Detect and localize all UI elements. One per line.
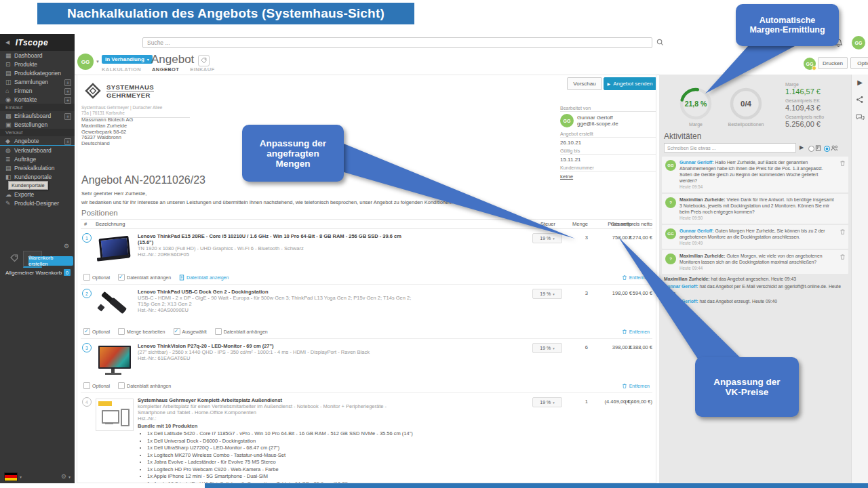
quantity-value[interactable]: 1 — [568, 399, 588, 405]
settings-caret-icon[interactable]: ▾ — [68, 474, 71, 479]
feedback-chat-icon[interactable] — [856, 113, 865, 121]
exports-icon: ☁ — [5, 191, 14, 198]
editor-presence-avatar[interactable]: GG — [804, 58, 816, 70]
gear-icon[interactable]: ⚙ — [64, 243, 69, 249]
app-logo[interactable]: ◀ ITscope — [0, 34, 75, 51]
user-avatar[interactable]: GG — [852, 36, 865, 49]
valid-until-value[interactable]: 15.11.21 — [560, 155, 656, 163]
tag-button[interactable] — [198, 55, 210, 66]
show-datasheet-link[interactable]: Datenblatt anzeigen — [179, 274, 229, 281]
collapse-sidebar-icon[interactable]: ◀ — [5, 39, 10, 45]
remove-position-button[interactable]: Entfernen — [622, 274, 650, 281]
preview-button[interactable]: Vorschau — [567, 77, 602, 90]
selected-checkbox[interactable]: Ausgewählt — [174, 328, 207, 335]
remove-position-button[interactable]: Entfernen — [622, 383, 650, 389]
share-icon[interactable] — [856, 96, 864, 104]
activity-message: GG Gunnar Gerloff: Guten Morgen Herr Zur… — [662, 225, 848, 249]
search-icon[interactable] — [656, 39, 664, 46]
tax-dropdown[interactable]: 19 % — [532, 289, 562, 299]
message-author-link[interactable]: Maximilian Zurheide: — [679, 197, 726, 202]
expand-panel-icon[interactable]: ▶ — [857, 79, 863, 86]
expand-plus-icon[interactable] — [64, 138, 71, 145]
activity-composer-input[interactable] — [664, 143, 796, 152]
position-number: 3 — [82, 343, 92, 352]
options-button[interactable]: Optionen — [850, 57, 868, 69]
sidebar-item[interactable]: ◫ Sammlungen — [0, 77, 75, 86]
sidebar-item[interactable]: ⊡ Produkte — [0, 60, 75, 68]
log-author-link[interactable]: Gunnar Gerloff: — [664, 284, 698, 289]
sidebar-item[interactable]: Verkauf — [0, 129, 75, 136]
offers-mini-tab[interactable] — [5, 251, 23, 266]
delete-message-icon[interactable] — [840, 160, 846, 168]
message-author-link[interactable]: Maximilian Zurheide: — [679, 253, 726, 258]
settings-gear-icon[interactable]: ⚙ — [61, 473, 66, 480]
delete-message-icon[interactable] — [840, 253, 846, 262]
delete-message-icon[interactable] — [840, 228, 846, 237]
tax-dropdown[interactable]: 19 % — [532, 233, 562, 243]
activities-heading: Aktivitäten — [664, 131, 701, 141]
quantity-value[interactable]: 3 — [568, 235, 588, 241]
quantity-value[interactable]: 6 — [568, 344, 588, 350]
sidebar-item[interactable]: ▣ Bestellungen — [0, 120, 75, 129]
expand-plus-icon[interactable] — [64, 79, 71, 86]
position-title[interactable]: Systemhaus Gehrmeyer Komplett-Arbeitspla… — [138, 397, 409, 403]
attach-datasheet-checkbox[interactable]: Datenblatt anhängen — [118, 382, 171, 389]
sidebar-item[interactable]: ▤ Preiskalkulation — [0, 163, 75, 172]
search-input[interactable] — [142, 37, 652, 48]
company-visibility-icon[interactable] — [815, 145, 821, 151]
optional-checkbox[interactable]: Optional — [83, 382, 110, 389]
sidebar-item[interactable]: ⌂ Firmen — [0, 86, 75, 95]
sidebar-item[interactable]: ✎ Produkt-Designer — [0, 199, 75, 207]
optional-checkbox[interactable]: Optional — [83, 328, 110, 335]
attach-datasheet-checkbox[interactable]: Datenblatt anhängen — [118, 274, 171, 281]
quantity-value[interactable]: 3 — [568, 290, 588, 296]
status-badge[interactable]: In Verhandlung — [102, 55, 153, 64]
sidebar-item[interactable]: ▦ Dashboard — [0, 51, 75, 60]
cart-count-badge: 0 — [64, 269, 71, 276]
tag-icon — [201, 58, 207, 64]
offer-owner-avatar[interactable]: GG — [77, 54, 94, 70]
tax-dropdown[interactable]: 19 % — [532, 397, 562, 407]
message-author-link[interactable]: Gunnar Gerloff: — [679, 228, 714, 233]
attach-datasheet-checkbox[interactable]: Datenblatt anhängen — [215, 328, 268, 335]
customer-number-value[interactable]: keine — [560, 171, 656, 180]
sidebar-item[interactable]: ▤ Produktkategorien — [0, 68, 75, 77]
sidebar-item[interactable]: ≣ Aufträge — [0, 155, 75, 163]
log-author-link[interactable]: Gunnar Gerloff: — [664, 299, 698, 304]
position-title[interactable]: Lenovo ThinkPad E15 20RE - Core i5 10210… — [138, 233, 409, 245]
sidebar-item[interactable]: Kundenportale — [0, 181, 75, 190]
send-message-icon[interactable]: ▶ — [800, 144, 804, 150]
expand-plus-icon[interactable] — [64, 113, 71, 120]
visibility-radio-customer[interactable] — [824, 146, 830, 152]
visibility-radio-internal[interactable] — [808, 146, 814, 152]
position-desc: kompletter Arbeitsplatz für einen Vertri… — [138, 403, 392, 415]
expand-plus-icon[interactable] — [64, 88, 71, 95]
language-caret-icon[interactable]: ▾ — [20, 474, 22, 479]
message-author-link[interactable]: Gunnar Gerloff: — [679, 160, 714, 165]
sidebar-item[interactable]: ◉ Kontakte — [0, 95, 75, 104]
log-author-link[interactable]: Maximilian Zurheide: — [664, 277, 710, 281]
sidebar-item[interactable]: ◆ Angebote — [0, 136, 75, 146]
language-flag-icon[interactable] — [4, 472, 18, 481]
created-value[interactable]: 26.10.21 — [560, 138, 656, 146]
remove-position-button[interactable]: Entfernen — [622, 329, 650, 335]
sidebar-item[interactable]: ◧ Kundenportale — [0, 172, 75, 181]
sidebar-item[interactable]: ◍ Verkaufsboard — [0, 146, 75, 155]
position-title[interactable]: Lenovo ThinkVision P27q-20 - LED-Monitor… — [138, 343, 409, 349]
expand-plus-icon[interactable] — [64, 97, 71, 104]
tax-dropdown[interactable]: 19 % — [532, 343, 562, 353]
sidebar-item[interactable]: Einkauf — [0, 104, 75, 111]
send-offer-button[interactable]: Angebot senden — [604, 77, 656, 90]
edit-quantity-checkbox[interactable]: Menge bearbeiten — [118, 328, 165, 335]
sidebar-item[interactable]: ▩ Einkaufsboard — [0, 111, 75, 120]
position-title[interactable]: Lenovo ThinkPad USB-C Dock Gen 2 - Docki… — [138, 289, 409, 295]
create-cart-button[interactable]: Warenkorb erstellen — [28, 256, 73, 266]
print-button[interactable]: Drucken — [818, 57, 848, 69]
general-cart-item[interactable]: Allgemeiner Warenkorb 0 — [5, 269, 71, 276]
sidebar-item[interactable]: ☁ Exporte — [0, 190, 75, 199]
tax-value: 19 % — [540, 400, 551, 405]
editor-name: Gunnar Gerloff — [577, 115, 618, 121]
optional-checkbox[interactable]: Optional — [83, 274, 110, 281]
avatar-caret-icon[interactable]: ▼ — [96, 60, 100, 64]
customer-people-icon[interactable] — [831, 145, 838, 151]
